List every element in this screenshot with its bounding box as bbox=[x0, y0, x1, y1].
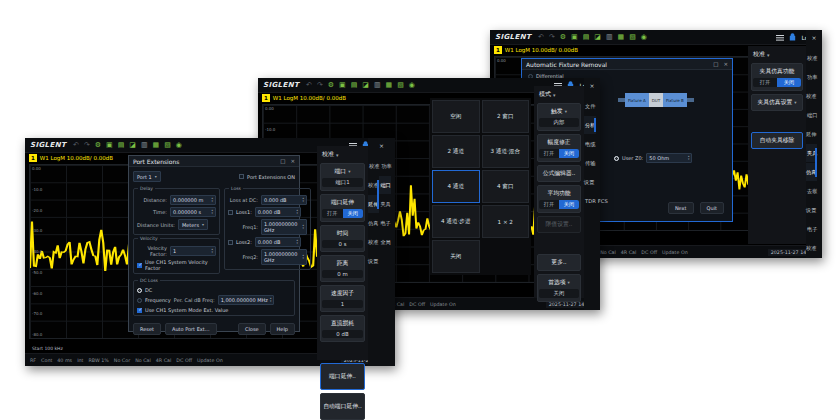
trigger-item[interactable]: 触发▾ 内部 bbox=[537, 103, 581, 131]
redo-icon[interactable]: ↷ bbox=[549, 34, 555, 41]
per-cal-freq-input[interactable]: 1,000.000000 MHz▴▾ bbox=[218, 295, 275, 305]
loss2-checkbox[interactable]: Loss2: bbox=[228, 239, 252, 245]
loss1-input[interactable]: 0.000 dB▴▾ bbox=[255, 207, 301, 217]
softkey[interactable]: 功率校准 bbox=[806, 68, 817, 105]
print-icon[interactable]: ▧ bbox=[164, 142, 171, 149]
camera-icon[interactable]: ◉ bbox=[409, 82, 415, 89]
preferences-item[interactable]: 首选项▾ 关闭 bbox=[537, 274, 581, 302]
fixture-simulator-toggle[interactable]: 打开 关闭 bbox=[753, 78, 801, 87]
fixture-settings-item[interactable]: 夹具仿真设置▾ bbox=[751, 94, 803, 111]
menu-grid-icon[interactable] bbox=[776, 34, 784, 41]
port-extension-dialog-button[interactable]: 端口延伸.. bbox=[320, 363, 365, 390]
port-select[interactable]: Port 1▾ bbox=[133, 171, 161, 182]
close-button[interactable]: Close bbox=[238, 323, 266, 335]
velocity-factor-value[interactable]: 1 bbox=[322, 300, 363, 308]
user-icon[interactable]: ▥ bbox=[606, 34, 613, 41]
layout-option[interactable]: 关闭 bbox=[432, 240, 480, 273]
preset-icon[interactable]: ⚙ bbox=[560, 34, 566, 41]
auto-fixture-removal-button[interactable]: 自动夹具移除 bbox=[751, 132, 803, 149]
preset-icon[interactable]: ⚙ bbox=[95, 142, 101, 149]
save-icon[interactable]: ▦ bbox=[386, 82, 393, 89]
distance-item[interactable]: 距离 0 m bbox=[320, 255, 365, 282]
loss2-input[interactable]: 0.000 dB▴▾ bbox=[255, 237, 301, 247]
chevron-down-icon[interactable]: ▾ bbox=[553, 92, 556, 98]
softkey[interactable]: 端口延伸 bbox=[806, 106, 817, 143]
softkey[interactable]: FCS bbox=[597, 192, 609, 210]
time-input[interactable]: 0.000000 s▴▾ bbox=[170, 207, 216, 217]
velocity-factor-input[interactable]: 1▴▾ bbox=[170, 246, 216, 256]
redo-icon[interactable]: ↷ bbox=[84, 142, 90, 149]
softkey[interactable]: 电子校准 bbox=[806, 220, 817, 257]
restore-icon[interactable]: □ bbox=[280, 158, 285, 164]
user-save-icon[interactable]: ◪ bbox=[129, 142, 136, 149]
screenshot-icon[interactable]: ▣ bbox=[571, 34, 578, 41]
next-button[interactable]: Next bbox=[668, 202, 694, 214]
close-icon[interactable]: × bbox=[584, 80, 600, 93]
camera-icon[interactable]: ◉ bbox=[641, 34, 647, 41]
time-value[interactable]: 0 s bbox=[322, 240, 363, 248]
dc-loss-item[interactable]: 直流损耗 0 dB bbox=[320, 315, 365, 342]
softkey[interactable]: 文件 bbox=[584, 97, 596, 115]
user-icon[interactable]: ▥ bbox=[374, 82, 381, 89]
chevron-down-icon[interactable]: ▾ bbox=[767, 52, 770, 58]
loss-at-dc-input[interactable]: 0.000 dB▴▾ bbox=[261, 195, 307, 205]
reset-button[interactable]: Reset bbox=[133, 323, 161, 335]
softkey[interactable]: TDR bbox=[584, 192, 597, 210]
recall-icon[interactable]: ▤ bbox=[583, 34, 590, 41]
fixture-simulator-toggle-item[interactable]: 夹具仿真功能 打开 关闭 bbox=[751, 63, 803, 91]
time-item[interactable]: 时间 0 s bbox=[320, 225, 365, 252]
softkey[interactable]: 电缆 bbox=[584, 135, 596, 153]
distance-input[interactable]: 0.000000 m▴▾ bbox=[170, 195, 216, 205]
undo-icon[interactable]: ↶ bbox=[73, 142, 79, 149]
layout-option[interactable]: 空闲 bbox=[432, 100, 480, 133]
preferences-value[interactable]: 关闭 bbox=[539, 289, 579, 298]
dc-loss-value[interactable]: 0 dB bbox=[322, 330, 363, 338]
undo-icon[interactable]: ↶ bbox=[538, 34, 544, 41]
save-icon[interactable]: ▦ bbox=[153, 142, 160, 149]
softkey[interactable]: 去嵌设置 bbox=[806, 182, 817, 219]
amplitude-correction-toggle[interactable]: 打开 关闭 bbox=[539, 149, 579, 158]
port-extensions-on-checkbox[interactable]: Port Extensions ON bbox=[239, 174, 295, 180]
preset-icon[interactable]: ⚙ bbox=[328, 82, 334, 89]
restore-icon[interactable]: □ bbox=[713, 61, 718, 67]
port-value[interactable]: 端口1 bbox=[322, 178, 363, 187]
auto-port-extension-button[interactable]: 自动端口延伸.. bbox=[320, 393, 365, 420]
layout-option[interactable]: 2 窗口 bbox=[482, 100, 530, 133]
camera-icon[interactable]: ◉ bbox=[176, 142, 182, 149]
softkey[interactable]: 校准 bbox=[368, 157, 380, 175]
recall-icon[interactable]: ▤ bbox=[118, 142, 125, 149]
trigger-value[interactable]: 内部 bbox=[539, 118, 579, 127]
redo-icon[interactable]: ↷ bbox=[317, 82, 323, 89]
layout-option[interactable]: 2 通道 bbox=[432, 135, 480, 168]
freq2-input[interactable]: 1.000000000 GHz▴▾ bbox=[261, 249, 307, 265]
fixture-a-block[interactable]: Fixture A bbox=[625, 93, 649, 107]
close-icon[interactable]: × bbox=[723, 61, 728, 67]
average-toggle[interactable]: 打开 关闭 bbox=[539, 200, 579, 209]
save-icon[interactable]: ▦ bbox=[618, 34, 625, 41]
port-ext-toggle[interactable]: 打开 关闭 bbox=[322, 209, 363, 218]
layout-option[interactable]: 4 窗口 bbox=[482, 170, 530, 203]
help-button[interactable]: Help bbox=[270, 323, 295, 335]
softkey[interactable]: 夹具仿真 bbox=[806, 144, 817, 181]
formula-editor-button[interactable]: 公式编辑器.. bbox=[537, 165, 581, 182]
distance-units-select[interactable]: Meters▾ bbox=[178, 219, 208, 230]
softkey[interactable]: 校准 bbox=[806, 49, 818, 67]
velocity-factor-item[interactable]: 速度因子 1 bbox=[320, 285, 365, 312]
use-system-mode-checkbox[interactable]: Use CH1 System Mode Ext. Value bbox=[137, 307, 291, 313]
print-icon[interactable]: ▧ bbox=[629, 34, 636, 41]
layout-option[interactable]: 1 × 2 bbox=[482, 205, 530, 238]
user-save-icon[interactable]: ◪ bbox=[594, 34, 601, 41]
recall-icon[interactable]: ▤ bbox=[351, 82, 358, 89]
lock-icon[interactable] bbox=[789, 33, 796, 41]
user-icon[interactable]: ▥ bbox=[141, 142, 148, 149]
print-icon[interactable]: ▧ bbox=[397, 82, 404, 89]
close-icon[interactable]: × bbox=[368, 140, 395, 153]
auto-port-ext-button[interactable]: Auto Port Ext... bbox=[165, 323, 217, 335]
layout-option[interactable]: 4 通道·步进 bbox=[432, 205, 480, 238]
close-icon[interactable]: × bbox=[806, 32, 822, 45]
z0-input[interactable]: 50 Ohm▴▾ bbox=[646, 153, 692, 163]
close-icon[interactable]: × bbox=[290, 158, 295, 164]
softkey[interactable]: 传输设置 bbox=[584, 154, 595, 191]
user-z0-radio[interactable] bbox=[614, 156, 619, 161]
use-system-velocity-checkbox[interactable]: Use CH1 System Velocity Factor bbox=[137, 259, 216, 271]
